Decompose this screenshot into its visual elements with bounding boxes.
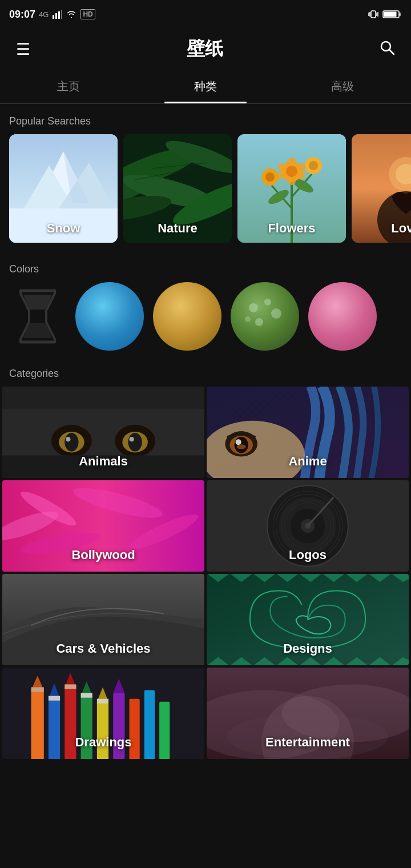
- hd-badge: HD: [80, 9, 95, 19]
- category-label-designs: Designs: [207, 641, 409, 656]
- svg-rect-99: [31, 687, 44, 692]
- svg-point-38: [265, 172, 275, 182]
- svg-rect-3: [61, 10, 62, 19]
- popular-card-flowers[interactable]: Flowers: [237, 134, 346, 243]
- search-icon: [379, 39, 395, 55]
- svg-point-57: [245, 316, 251, 322]
- status-time: 09:07 4G HD: [9, 9, 95, 21]
- time-display: 09:07: [9, 9, 35, 21]
- svg-point-43: [278, 163, 286, 171]
- popular-label-nature: Nature: [123, 221, 232, 236]
- category-card-logos[interactable]: Logos: [207, 480, 409, 572]
- svg-point-42: [288, 177, 296, 185]
- status-right-icons: [368, 9, 402, 20]
- popular-label-snow: Snow: [9, 221, 118, 236]
- color-circle-pink[interactable]: [308, 282, 377, 351]
- color-circle-blue[interactable]: [75, 282, 144, 351]
- status-bar: 09:07 4G HD: [0, 0, 411, 29]
- color-circle-green[interactable]: [231, 282, 299, 351]
- svg-rect-114: [130, 699, 140, 759]
- category-label-animals: Animals: [2, 454, 204, 469]
- svg-point-40: [309, 161, 318, 170]
- svg-point-45: [278, 171, 286, 179]
- category-card-drawings[interactable]: Drawings: [2, 668, 204, 759]
- svg-point-46: [297, 171, 305, 179]
- popular-searches-row: Snow Nature: [0, 134, 411, 252]
- popular-label-love: Love: [352, 221, 411, 236]
- svg-point-76: [236, 439, 241, 445]
- battery-icon: [382, 9, 402, 19]
- svg-rect-69: [2, 387, 204, 409]
- category-card-designs[interactable]: Designs: [207, 574, 409, 665]
- svg-rect-11: [384, 12, 397, 17]
- categories-section-label: Categories: [0, 362, 411, 387]
- app-bar: ☰ 壁纸: [0, 29, 411, 70]
- popular-label-flowers: Flowers: [237, 221, 346, 236]
- tab-advanced-label: 高级: [331, 80, 354, 93]
- svg-rect-105: [65, 684, 76, 689]
- tab-advanced[interactable]: 高级: [274, 70, 411, 103]
- tab-categories[interactable]: 种类: [137, 70, 274, 103]
- colors-section-label: Colors: [0, 252, 411, 282]
- category-label-cars: Cars & Vehicles: [2, 641, 204, 656]
- popular-card-love[interactable]: Love: [352, 134, 411, 243]
- svg-rect-111: [97, 699, 108, 704]
- svg-point-41: [288, 158, 296, 166]
- hourglass-icon: [15, 288, 61, 345]
- colors-row: [0, 282, 411, 362]
- wifi-icon: [66, 10, 77, 19]
- svg-point-56: [255, 318, 263, 326]
- menu-button[interactable]: ☰: [11, 35, 35, 63]
- svg-rect-4: [371, 11, 376, 18]
- svg-point-77: [237, 444, 246, 449]
- svg-rect-100: [49, 699, 60, 759]
- svg-rect-2: [58, 11, 60, 19]
- svg-point-36: [286, 166, 297, 177]
- svg-rect-109: [97, 702, 108, 759]
- category-card-entertainment[interactable]: Entertainment: [207, 668, 409, 759]
- popular-searches-label: Popular Searches: [0, 104, 411, 134]
- svg-rect-116: [159, 702, 170, 759]
- tab-bar: 主页 种类 高级: [0, 70, 411, 104]
- category-card-anime[interactable]: Anime: [207, 387, 409, 478]
- svg-point-68: [130, 437, 134, 441]
- category-card-bollywood[interactable]: Bollywood: [2, 480, 204, 572]
- svg-point-44: [297, 163, 305, 171]
- category-label-anime: Anime: [207, 454, 409, 469]
- svg-point-67: [66, 437, 70, 441]
- svg-point-66: [128, 433, 142, 451]
- category-label-logos: Logos: [207, 548, 409, 562]
- popular-card-nature[interactable]: Nature: [123, 134, 232, 243]
- vibrate-icon: [368, 9, 379, 20]
- signal-bars-icon: [52, 9, 62, 19]
- category-label-entertainment: Entertainment: [207, 735, 409, 750]
- svg-rect-108: [81, 693, 92, 698]
- signal-indicator: 4G: [39, 10, 49, 19]
- svg-rect-1: [55, 13, 57, 19]
- category-label-bollywood: Bollywood: [2, 548, 204, 562]
- search-button[interactable]: [374, 35, 400, 64]
- popular-card-snow[interactable]: Snow: [9, 134, 118, 243]
- svg-point-55: [271, 308, 281, 319]
- color-circle-gold[interactable]: [153, 282, 221, 351]
- svg-point-54: [264, 299, 271, 306]
- menu-icon: ☰: [16, 41, 30, 58]
- tab-home[interactable]: 主页: [0, 70, 137, 103]
- svg-rect-10: [399, 13, 401, 16]
- svg-rect-102: [49, 696, 60, 701]
- tab-home-label: 主页: [57, 80, 80, 93]
- svg-rect-0: [53, 15, 54, 19]
- tab-categories-label: 种类: [194, 80, 217, 93]
- category-card-cars[interactable]: Cars & Vehicles: [2, 574, 204, 665]
- color-hourglass[interactable]: [9, 282, 66, 351]
- app-title: 壁纸: [187, 37, 223, 62]
- category-label-drawings: Drawings: [2, 735, 204, 750]
- category-card-animals[interactable]: Animals: [2, 387, 204, 478]
- svg-point-53: [249, 303, 258, 312]
- svg-line-13: [389, 50, 394, 54]
- categories-grid: Animals: [0, 387, 411, 759]
- svg-point-65: [65, 433, 78, 451]
